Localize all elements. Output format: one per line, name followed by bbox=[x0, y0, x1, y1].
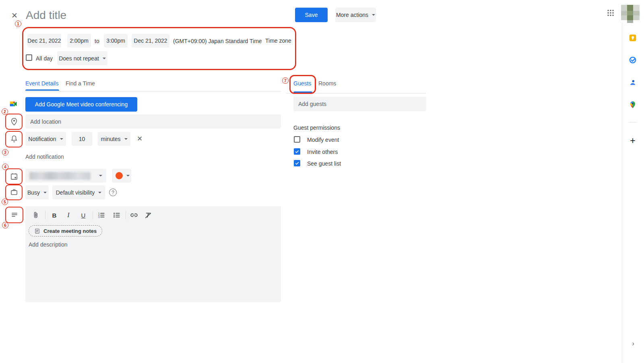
calendar-icon bbox=[10, 172, 19, 183]
keep-icon[interactable] bbox=[628, 33, 637, 42]
create-meeting-notes-button[interactable]: Create meeting notes bbox=[29, 225, 102, 236]
bulleted-list-button[interactable] bbox=[112, 210, 122, 220]
description-placeholder: Add description bbox=[29, 241, 68, 248]
notification-value-input[interactable] bbox=[72, 132, 92, 146]
side-panel-separator bbox=[628, 122, 637, 122]
busy-label: Busy bbox=[27, 189, 40, 196]
attachment-icon-button[interactable] bbox=[31, 210, 41, 220]
annotation-5: 5 bbox=[2, 199, 8, 205]
annotation-4: 4 bbox=[2, 164, 8, 170]
busy-select[interactable]: Busy bbox=[25, 185, 49, 199]
get-addons-button[interactable]: + bbox=[627, 135, 638, 146]
visibility-select[interactable]: Default visibility bbox=[52, 185, 105, 199]
to-label: to bbox=[95, 38, 99, 44]
briefcase-icon bbox=[10, 188, 19, 198]
timezone-button[interactable]: Time zone bbox=[265, 37, 291, 44]
contacts-icon[interactable] bbox=[628, 78, 637, 87]
check-icon bbox=[295, 149, 299, 154]
invite-others-checkbox[interactable] bbox=[294, 148, 300, 155]
numbered-list-icon: 123 bbox=[97, 211, 106, 220]
annotation-7: 7 bbox=[282, 77, 289, 84]
close-button[interactable]: ✕ bbox=[10, 10, 19, 20]
italic-button[interactable]: I bbox=[64, 210, 73, 220]
more-actions-label: More actions bbox=[336, 12, 368, 18]
chevron-right-icon: › bbox=[632, 340, 634, 348]
toolbar-sep-1 bbox=[45, 211, 45, 220]
end-date-chip[interactable]: Dec 21, 2022 bbox=[132, 34, 169, 48]
all-day-label: All day bbox=[36, 55, 53, 62]
meeting-notes-label: Create meeting notes bbox=[43, 228, 97, 234]
save-button[interactable]: Save bbox=[295, 8, 328, 22]
link-icon bbox=[130, 211, 138, 220]
avatar[interactable] bbox=[621, 5, 640, 23]
calendar-select[interactable] bbox=[25, 169, 106, 183]
chevron-down-icon bbox=[98, 192, 101, 193]
tab-event-details[interactable]: Event Details bbox=[25, 80, 58, 87]
chevron-down-icon bbox=[126, 175, 130, 176]
collapse-panel-button[interactable]: › bbox=[629, 340, 637, 348]
see-guest-list-label: See guest list bbox=[307, 160, 341, 167]
insert-link-button[interactable] bbox=[129, 210, 139, 220]
notification-unit-select[interactable]: minutes bbox=[98, 132, 130, 146]
chevron-down-icon bbox=[103, 58, 106, 59]
chevron-down-icon bbox=[372, 14, 375, 16]
notification-type-label: Notification bbox=[28, 136, 56, 142]
underline-button[interactable]: U bbox=[78, 210, 88, 220]
description-box[interactable]: B I U 123 Create meeting notes Add descr… bbox=[25, 206, 281, 302]
apps-grid-icon bbox=[607, 9, 615, 17]
help-icon[interactable]: ? bbox=[109, 189, 117, 196]
more-actions-button[interactable]: More actions bbox=[335, 8, 376, 22]
right-tabs-divider bbox=[286, 93, 426, 93]
timezone-text: (GMT+09:00) Japan Standard Time bbox=[173, 38, 262, 44]
recurrence-select[interactable]: Does not repeat bbox=[57, 51, 107, 65]
clear-formatting-icon bbox=[144, 211, 153, 220]
chevron-down-icon bbox=[60, 138, 63, 140]
maps-icon[interactable] bbox=[628, 100, 637, 109]
google-meet-icon bbox=[9, 100, 17, 110]
add-meet-button[interactable]: Add Google Meet video conferencing bbox=[25, 97, 137, 112]
location-pin-icon bbox=[10, 117, 19, 128]
chevron-down-icon bbox=[43, 192, 47, 193]
see-guest-list-checkbox[interactable] bbox=[294, 160, 300, 166]
visibility-label: Default visibility bbox=[56, 189, 95, 196]
annotation-1: 1 bbox=[15, 21, 21, 27]
event-title-input[interactable] bbox=[25, 8, 242, 22]
toolbar-sep-2 bbox=[93, 211, 93, 220]
location-input[interactable] bbox=[25, 114, 281, 129]
color-select[interactable] bbox=[112, 169, 131, 183]
toolbar-sep-3 bbox=[126, 211, 126, 220]
end-time-chip[interactable]: 3:00pm bbox=[104, 34, 128, 48]
apps-grid-button[interactable] bbox=[606, 8, 615, 18]
plus-icon: + bbox=[630, 135, 635, 146]
bell-icon bbox=[10, 135, 19, 145]
right-tab-underline bbox=[293, 91, 312, 93]
bold-button[interactable]: B bbox=[50, 210, 59, 220]
tab-rooms[interactable]: Rooms bbox=[318, 80, 336, 87]
numbered-list-button[interactable]: 123 bbox=[97, 210, 106, 220]
left-tab-underline bbox=[25, 89, 59, 91]
annotation-2: 2 bbox=[2, 108, 8, 115]
tasks-icon[interactable] bbox=[628, 56, 637, 64]
modify-event-label: Modify event bbox=[307, 137, 339, 143]
clear-formatting-button[interactable] bbox=[143, 210, 153, 220]
notification-unit-label: minutes bbox=[101, 136, 120, 142]
check-icon bbox=[295, 161, 299, 166]
close-icon: ✕ bbox=[137, 135, 142, 143]
start-time-chip[interactable]: 2:00pm bbox=[67, 34, 91, 48]
calendar-name-redacted bbox=[29, 172, 91, 180]
notification-close-button[interactable]: ✕ bbox=[135, 134, 144, 143]
left-tabs-divider bbox=[25, 91, 281, 91]
tab-find-a-time[interactable]: Find a Time bbox=[66, 80, 95, 87]
notification-type-select[interactable]: Notification bbox=[25, 132, 66, 146]
help-glyph: ? bbox=[111, 190, 114, 195]
modify-event-checkbox[interactable] bbox=[294, 136, 300, 143]
svg-text:3: 3 bbox=[98, 216, 99, 218]
start-date-chip[interactable]: Dec 21, 2022 bbox=[27, 34, 61, 48]
description-lines-icon bbox=[10, 210, 19, 221]
guest-permissions-title: Guest permissions bbox=[293, 124, 340, 131]
chevron-down-icon bbox=[124, 138, 128, 140]
all-day-checkbox[interactable] bbox=[26, 54, 32, 61]
tab-guests[interactable]: Guests bbox=[293, 80, 311, 87]
add-notification-link[interactable]: Add notification bbox=[25, 153, 64, 160]
guests-input[interactable] bbox=[293, 97, 426, 111]
